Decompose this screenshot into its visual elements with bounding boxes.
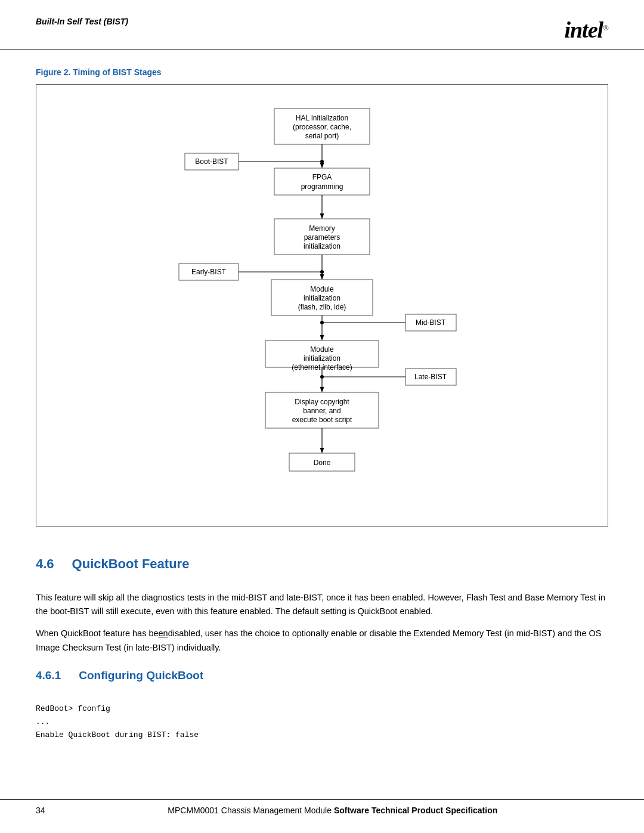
svg-text:Late-BIST: Late-BIST — [414, 373, 447, 381]
header-title: Built-In Self Test (BIST) — [36, 17, 128, 26]
section-461-title: Configuring QuickBoot — [79, 669, 203, 682]
section-46-body1: This feature will skip all the diagnosti… — [36, 591, 608, 618]
svg-text:initialization: initialization — [304, 242, 340, 250]
svg-text:Done: Done — [314, 459, 331, 467]
svg-text:Module: Module — [310, 285, 334, 293]
figure-title: Timing of BIST Stages — [73, 67, 161, 77]
svg-text:parameters: parameters — [304, 233, 340, 241]
svg-text:Mid-BIST: Mid-BIST — [416, 318, 446, 327]
svg-point-39 — [320, 375, 324, 379]
footer-text-bold: Software Technical Product Specification — [334, 806, 497, 815]
main-content: Figure 2. Timing of BIST Stages HAL init… — [0, 67, 644, 742]
svg-text:execute boot script: execute boot script — [292, 416, 352, 424]
page: Built-In Self Test (BIST) intel® Figure … — [0, 0, 644, 833]
footer-text-normal: MPCMM0001 Chassis Management Module — [168, 806, 334, 815]
section-461-heading-row: 4.6.1 Configuring QuickBoot — [36, 663, 608, 692]
section-46-number: 4.6 — [36, 556, 54, 572]
svg-text:(flash, zlib, ide): (flash, zlib, ide) — [298, 303, 346, 311]
svg-text:initialization: initialization — [304, 294, 340, 302]
footer-text: MPCMM0001 Chassis Management Module Soft… — [57, 806, 608, 815]
svg-text:programming: programming — [301, 182, 343, 191]
svg-point-21 — [320, 270, 324, 274]
svg-text:Memory: Memory — [309, 224, 335, 233]
code-line-2: ... — [36, 716, 608, 729]
svg-rect-9 — [274, 168, 370, 195]
registered-mark: ® — [603, 23, 608, 32]
code-block: RedBoot> fconfig ... Enable QuickBoot du… — [36, 702, 608, 742]
page-footer: 34 MPCMM0001 Chassis Management Module S… — [0, 799, 644, 821]
flowchart-container: HAL initialization (processor, cache, se… — [48, 103, 596, 508]
svg-text:HAL initialization: HAL initialization — [296, 114, 348, 122]
svg-text:(processor, cache,: (processor, cache, — [293, 123, 351, 131]
section-46-heading-row: 4.6 QuickBoot Feature — [36, 550, 608, 581]
svg-point-8 — [320, 160, 324, 163]
code-line-3: Enable QuickBoot during BIST: false — [36, 729, 608, 742]
section-46-body2: When QuickBoot feature has beendisabled,… — [36, 627, 608, 654]
diagram-box: HAL initialization (processor, cache, se… — [36, 84, 608, 527]
figure-label: Figure 2. — [36, 67, 70, 77]
section-46-title: QuickBoot Feature — [72, 556, 190, 572]
section-461-number: 4.6.1 — [36, 669, 61, 682]
svg-text:Early-BIST: Early-BIST — [191, 268, 227, 276]
svg-text:initialization: initialization — [304, 354, 340, 363]
intel-logo-text: intel — [564, 17, 603, 42]
svg-text:Boot-BIST: Boot-BIST — [195, 157, 228, 166]
figure-caption: Figure 2. Timing of BIST Stages — [36, 67, 608, 77]
svg-text:FPGA: FPGA — [312, 173, 332, 181]
svg-text:serial port): serial port) — [305, 132, 339, 140]
svg-text:Display copyright: Display copyright — [295, 398, 349, 406]
svg-text:Module: Module — [310, 345, 334, 354]
flowchart-svg: HAL initialization (processor, cache, se… — [113, 103, 531, 508]
svg-text:banner, and: banner, and — [303, 407, 340, 415]
page-number: 34 — [36, 806, 45, 815]
code-line-1: RedBoot> fconfig — [36, 702, 608, 716]
svg-point-30 — [320, 321, 324, 324]
intel-logo: intel® — [564, 17, 608, 43]
page-header: Built-In Self Test (BIST) intel® — [0, 0, 644, 49]
